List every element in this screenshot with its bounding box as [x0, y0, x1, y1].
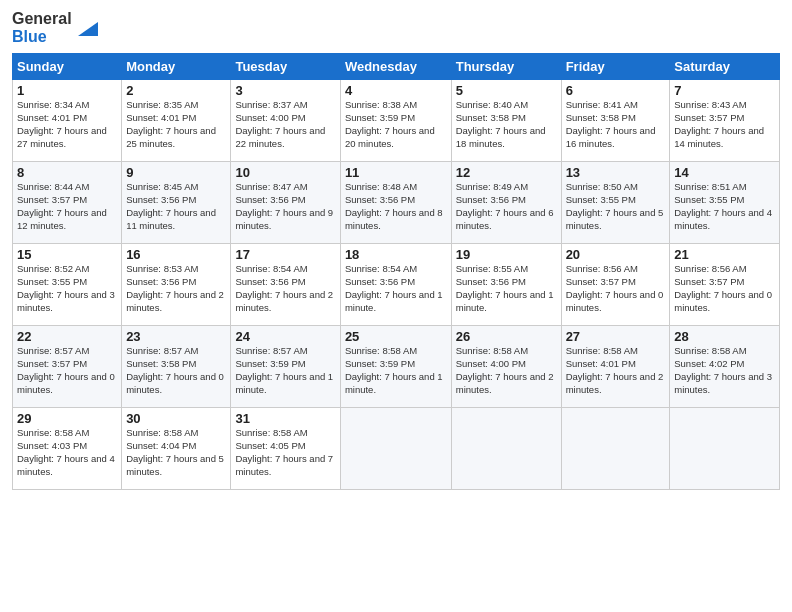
day-info: Sunrise: 8:49 AM Sunset: 3:56 PM Dayligh… [456, 181, 557, 232]
calendar-cell: 15Sunrise: 8:52 AM Sunset: 3:55 PM Dayli… [13, 244, 122, 326]
day-info: Sunrise: 8:58 AM Sunset: 4:00 PM Dayligh… [456, 345, 557, 396]
day-number: 6 [566, 83, 666, 98]
calendar-cell: 25Sunrise: 8:58 AM Sunset: 3:59 PM Dayli… [340, 326, 451, 408]
calendar-header-sunday: Sunday [13, 54, 122, 80]
day-number: 24 [235, 329, 335, 344]
calendar-header-row: SundayMondayTuesdayWednesdayThursdayFrid… [13, 54, 780, 80]
day-info: Sunrise: 8:47 AM Sunset: 3:56 PM Dayligh… [235, 181, 335, 232]
calendar-cell: 3Sunrise: 8:37 AM Sunset: 4:00 PM Daylig… [231, 80, 340, 162]
day-number: 31 [235, 411, 335, 426]
calendar-cell [451, 408, 561, 490]
day-number: 22 [17, 329, 117, 344]
calendar-header-monday: Monday [122, 54, 231, 80]
day-info: Sunrise: 8:58 AM Sunset: 4:05 PM Dayligh… [235, 427, 335, 478]
calendar-cell: 28Sunrise: 8:58 AM Sunset: 4:02 PM Dayli… [670, 326, 780, 408]
day-number: 11 [345, 165, 447, 180]
calendar-cell: 13Sunrise: 8:50 AM Sunset: 3:55 PM Dayli… [561, 162, 670, 244]
calendar-cell: 18Sunrise: 8:54 AM Sunset: 3:56 PM Dayli… [340, 244, 451, 326]
day-number: 20 [566, 247, 666, 262]
calendar-cell: 21Sunrise: 8:56 AM Sunset: 3:57 PM Dayli… [670, 244, 780, 326]
calendar-cell: 23Sunrise: 8:57 AM Sunset: 3:58 PM Dayli… [122, 326, 231, 408]
calendar-cell: 4Sunrise: 8:38 AM Sunset: 3:59 PM Daylig… [340, 80, 451, 162]
day-number: 19 [456, 247, 557, 262]
calendar-header-tuesday: Tuesday [231, 54, 340, 80]
day-number: 23 [126, 329, 226, 344]
day-info: Sunrise: 8:57 AM Sunset: 3:59 PM Dayligh… [235, 345, 335, 396]
day-number: 12 [456, 165, 557, 180]
day-info: Sunrise: 8:38 AM Sunset: 3:59 PM Dayligh… [345, 99, 447, 150]
day-number: 30 [126, 411, 226, 426]
calendar-cell: 31Sunrise: 8:58 AM Sunset: 4:05 PM Dayli… [231, 408, 340, 490]
day-number: 3 [235, 83, 335, 98]
day-info: Sunrise: 8:58 AM Sunset: 4:02 PM Dayligh… [674, 345, 775, 396]
calendar-cell: 5Sunrise: 8:40 AM Sunset: 3:58 PM Daylig… [451, 80, 561, 162]
logo-arrow-icon [78, 16, 98, 36]
day-number: 9 [126, 165, 226, 180]
day-number: 2 [126, 83, 226, 98]
calendar-cell: 8Sunrise: 8:44 AM Sunset: 3:57 PM Daylig… [13, 162, 122, 244]
day-info: Sunrise: 8:58 AM Sunset: 4:04 PM Dayligh… [126, 427, 226, 478]
day-number: 13 [566, 165, 666, 180]
day-number: 14 [674, 165, 775, 180]
calendar-cell: 24Sunrise: 8:57 AM Sunset: 3:59 PM Dayli… [231, 326, 340, 408]
day-number: 28 [674, 329, 775, 344]
day-number: 27 [566, 329, 666, 344]
page-container: General Blue SundayMondayTuesdayWednesda… [0, 0, 792, 500]
calendar-cell: 29Sunrise: 8:58 AM Sunset: 4:03 PM Dayli… [13, 408, 122, 490]
day-info: Sunrise: 8:57 AM Sunset: 3:57 PM Dayligh… [17, 345, 117, 396]
day-number: 16 [126, 247, 226, 262]
day-info: Sunrise: 8:40 AM Sunset: 3:58 PM Dayligh… [456, 99, 557, 150]
header: General Blue [12, 10, 780, 45]
day-info: Sunrise: 8:54 AM Sunset: 3:56 PM Dayligh… [235, 263, 335, 314]
day-info: Sunrise: 8:58 AM Sunset: 3:59 PM Dayligh… [345, 345, 447, 396]
day-info: Sunrise: 8:41 AM Sunset: 3:58 PM Dayligh… [566, 99, 666, 150]
day-info: Sunrise: 8:56 AM Sunset: 3:57 PM Dayligh… [674, 263, 775, 314]
calendar-cell: 30Sunrise: 8:58 AM Sunset: 4:04 PM Dayli… [122, 408, 231, 490]
calendar-cell: 27Sunrise: 8:58 AM Sunset: 4:01 PM Dayli… [561, 326, 670, 408]
calendar-cell: 6Sunrise: 8:41 AM Sunset: 3:58 PM Daylig… [561, 80, 670, 162]
day-number: 15 [17, 247, 117, 262]
logo-text-block: General Blue [12, 10, 72, 45]
calendar-cell: 26Sunrise: 8:58 AM Sunset: 4:00 PM Dayli… [451, 326, 561, 408]
day-info: Sunrise: 8:58 AM Sunset: 4:03 PM Dayligh… [17, 427, 117, 478]
day-info: Sunrise: 8:35 AM Sunset: 4:01 PM Dayligh… [126, 99, 226, 150]
day-number: 8 [17, 165, 117, 180]
logo: General Blue [12, 10, 98, 45]
day-info: Sunrise: 8:51 AM Sunset: 3:55 PM Dayligh… [674, 181, 775, 232]
day-info: Sunrise: 8:56 AM Sunset: 3:57 PM Dayligh… [566, 263, 666, 314]
calendar-week-row: 22Sunrise: 8:57 AM Sunset: 3:57 PM Dayli… [13, 326, 780, 408]
day-info: Sunrise: 8:58 AM Sunset: 4:01 PM Dayligh… [566, 345, 666, 396]
calendar-header-wednesday: Wednesday [340, 54, 451, 80]
day-info: Sunrise: 8:55 AM Sunset: 3:56 PM Dayligh… [456, 263, 557, 314]
day-number: 1 [17, 83, 117, 98]
calendar-header-thursday: Thursday [451, 54, 561, 80]
day-number: 7 [674, 83, 775, 98]
logo-blue: Blue [12, 28, 47, 45]
day-number: 29 [17, 411, 117, 426]
calendar-week-row: 29Sunrise: 8:58 AM Sunset: 4:03 PM Dayli… [13, 408, 780, 490]
calendar-cell [561, 408, 670, 490]
day-info: Sunrise: 8:37 AM Sunset: 4:00 PM Dayligh… [235, 99, 335, 150]
day-number: 5 [456, 83, 557, 98]
calendar-header-saturday: Saturday [670, 54, 780, 80]
day-info: Sunrise: 8:44 AM Sunset: 3:57 PM Dayligh… [17, 181, 117, 232]
calendar-week-row: 1Sunrise: 8:34 AM Sunset: 4:01 PM Daylig… [13, 80, 780, 162]
day-info: Sunrise: 8:34 AM Sunset: 4:01 PM Dayligh… [17, 99, 117, 150]
calendar-table: SundayMondayTuesdayWednesdayThursdayFrid… [12, 53, 780, 490]
day-info: Sunrise: 8:48 AM Sunset: 3:56 PM Dayligh… [345, 181, 447, 232]
day-info: Sunrise: 8:52 AM Sunset: 3:55 PM Dayligh… [17, 263, 117, 314]
day-number: 18 [345, 247, 447, 262]
calendar-cell: 12Sunrise: 8:49 AM Sunset: 3:56 PM Dayli… [451, 162, 561, 244]
calendar-cell: 14Sunrise: 8:51 AM Sunset: 3:55 PM Dayli… [670, 162, 780, 244]
calendar-cell: 19Sunrise: 8:55 AM Sunset: 3:56 PM Dayli… [451, 244, 561, 326]
calendar-cell: 20Sunrise: 8:56 AM Sunset: 3:57 PM Dayli… [561, 244, 670, 326]
calendar-week-row: 15Sunrise: 8:52 AM Sunset: 3:55 PM Dayli… [13, 244, 780, 326]
day-info: Sunrise: 8:53 AM Sunset: 3:56 PM Dayligh… [126, 263, 226, 314]
calendar-cell: 22Sunrise: 8:57 AM Sunset: 3:57 PM Dayli… [13, 326, 122, 408]
day-info: Sunrise: 8:54 AM Sunset: 3:56 PM Dayligh… [345, 263, 447, 314]
day-number: 26 [456, 329, 557, 344]
calendar-cell: 7Sunrise: 8:43 AM Sunset: 3:57 PM Daylig… [670, 80, 780, 162]
calendar-cell: 17Sunrise: 8:54 AM Sunset: 3:56 PM Dayli… [231, 244, 340, 326]
svg-marker-0 [78, 22, 98, 36]
day-info: Sunrise: 8:50 AM Sunset: 3:55 PM Dayligh… [566, 181, 666, 232]
